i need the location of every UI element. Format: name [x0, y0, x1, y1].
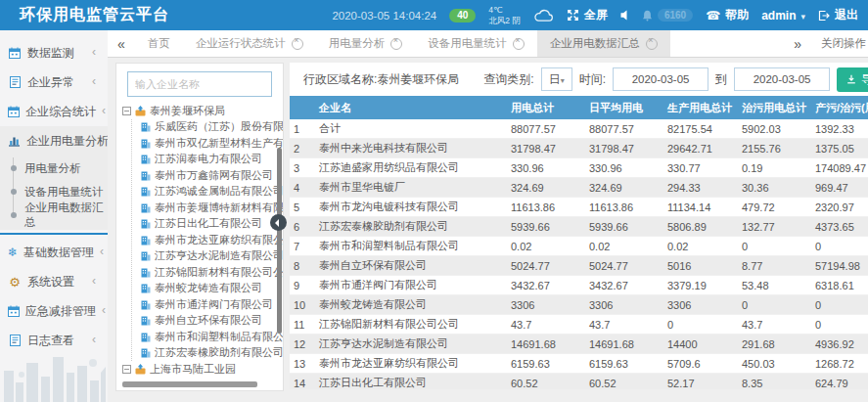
tree-company-node[interactable]: 泰州市通洋阀门有限公司 [141, 296, 283, 313]
tree-company-node[interactable]: 泰州市和润塑料制品有限公司 [141, 329, 283, 345]
cell-value: 8.35 [738, 374, 811, 390]
cell-value: 31798.47 [585, 139, 663, 158]
table-row[interactable]: 6江苏宏泰橡胶助剂有限公司5939.665939.665806.89132.77… [290, 217, 868, 237]
column-header: 企业名 [315, 96, 507, 119]
tree-company-node[interactable]: 江苏润泰电力有限公司 [141, 152, 283, 168]
tree-horizontal-scrollbar[interactable] [122, 381, 257, 387]
table-row[interactable]: 2泰州中来光电科技有限公司31798.4731798.4729642.71215… [290, 139, 868, 158]
date-to-input[interactable] [734, 67, 830, 91]
cell-rownum: 1 [290, 119, 315, 139]
sidebar-item-base-data[interactable]: ❄基础数据管理 [0, 238, 108, 267]
table-row[interactable]: 14江苏日出化工有限公司60.5260.5252.178.35624.79 [290, 374, 868, 390]
sidebar-item-power-analysis[interactable]: 企业用电量分析 [0, 126, 108, 156]
tree-company-node[interactable]: 乐威医药（江苏）股份有限公司 [141, 119, 283, 136]
cell-value: 5902.03 [738, 119, 811, 139]
tree-company-node[interactable]: 泰州蛟龙铸造有限公司 [141, 281, 283, 297]
table-row[interactable]: 7泰州市和润塑料制品有限公司0.020.020.0200 [290, 237, 868, 256]
tree-company-node[interactable]: 泰州市双亿新型材料生产有限公司 [141, 135, 283, 152]
table-row[interactable]: 1合计88077.5788077.5782175.545902.031392.3… [290, 119, 868, 139]
table-row[interactable]: 11江苏锦阳新材料有限公司公司43.743.7043.70 [290, 315, 868, 335]
region-name-label: 行政区域名称:泰州姜堰环保局 [303, 71, 459, 88]
cell-company-name: 江苏迪盛家用纺织品有限公司 [315, 158, 507, 178]
sidebar-item-system-settings[interactable]: ⚙系统设置 [0, 267, 108, 296]
cell-value: 0 [811, 315, 868, 335]
bullet-icon [11, 189, 17, 195]
speaker-icon[interactable] [620, 10, 629, 21]
sidebar-subitem[interactable]: 用电量分析 [0, 156, 108, 180]
sidebar-item-enterprise-stats[interactable]: 企业综合统计 [0, 97, 108, 126]
table-row[interactable]: 9泰州市通洋阀门有限公司3432.673432.673379.1953.4863… [290, 276, 868, 295]
logout-button[interactable]: 退出 [818, 7, 858, 23]
time-label: 时间: [579, 71, 606, 88]
tree-company-node[interactable]: 泰州自立环保有限公司 [141, 313, 283, 330]
tab-close-icon[interactable] [513, 38, 525, 50]
cell-value: 3306 [663, 295, 738, 315]
cell-company-name: 泰州市通洋阀门有限公司 [315, 276, 507, 295]
sidebar-item-enterprise-abnormal[interactable]: 企业异常 [0, 67, 108, 97]
cell-value: 479.72 [738, 198, 811, 217]
to-label: 到 [715, 71, 727, 88]
tree-root-node-2[interactable]: 上海市马陆工业园 [122, 361, 283, 375]
tab-设备用电量统计[interactable]: 设备用电量统计 [415, 30, 537, 57]
tree-company-node[interactable]: 江苏鸿诚金属制品有限公司 [141, 184, 283, 201]
table-row[interactable]: 13泰州市龙达亚麻纺织有限公司6159.636159.635709.6450.0… [290, 354, 868, 374]
tab-label: 企业用电数据汇总 [550, 36, 640, 51]
tree-company-node[interactable]: 江苏日出化工有限公司 [141, 216, 283, 233]
fullscreen-button[interactable]: 全屏 [567, 7, 608, 23]
collapse-minus-icon[interactable] [122, 365, 131, 374]
sidebar-item-log-view[interactable]: 日志查看 [0, 326, 108, 355]
download-icon [846, 74, 856, 84]
app-title: 环保用电监管云平台 [0, 5, 169, 25]
tabs-scroll-left-icon[interactable] [108, 37, 135, 51]
column-header: 产污/治污(用 [811, 96, 868, 119]
tab-企业用电数据汇总[interactable]: 企业用电数据汇总 [537, 30, 670, 57]
bullet-icon [11, 212, 17, 218]
table-row[interactable]: 4泰州市里华电镀厂324.69324.69294.3330.36969.47 [290, 178, 868, 198]
tab-close-icon[interactable] [646, 38, 658, 50]
close-operations[interactable]: 关闭操作 [784, 36, 868, 51]
tab-企业运行状态统计[interactable]: 企业运行状态统计 [183, 30, 316, 57]
tree-company-node[interactable]: 江苏锦阳新材料有限公司公司 [141, 264, 283, 281]
cell-value: 294.33 [663, 178, 738, 198]
collapse-minus-icon[interactable] [122, 107, 131, 115]
tab-close-icon[interactable] [292, 38, 303, 50]
tree-company-node[interactable]: 泰州市姜堰博特新材料有限公司 [141, 200, 283, 216]
cell-value: 14691.68 [585, 335, 663, 354]
tree-company-node[interactable]: 泰州市万鑫筛网有限公司 [141, 167, 283, 184]
column-header: 治污用电总计 [738, 96, 811, 119]
tree-vertical-scrollbar[interactable] [277, 148, 282, 334]
notification-area[interactable]: 6160 [642, 9, 693, 22]
tree-company-label: 江苏宏泰橡胶助剂有限公司 [155, 345, 283, 360]
table-row[interactable]: 10泰州蛟龙铸造有限公司33063306330600 [290, 295, 868, 315]
panel-collapse-button[interactable] [270, 214, 287, 231]
cell-value: 82175.54 [663, 119, 738, 139]
table-row[interactable]: 8泰州自立环保有限公司5024.775024.7750168.7757194.9… [290, 256, 868, 276]
tab-用电量分析[interactable]: 用电量分析 [316, 30, 416, 57]
table-row[interactable]: 12江苏亨达水泥制造有限公司14691.6814691.6814400291.6… [290, 335, 868, 354]
export-button[interactable]: 导出 [837, 67, 868, 92]
tree-company-node[interactable]: 江苏宏泰橡胶助剂有限公司 [141, 345, 283, 362]
user-menu[interactable]: admin [761, 9, 805, 22]
tab-首页[interactable]: 首页 [135, 30, 183, 57]
query-type-select[interactable]: 日 [541, 67, 572, 91]
sidebar-item-emergency-reduction[interactable]: 应急减排管理 [0, 296, 108, 326]
tabs-scroll-right-icon[interactable] [784, 37, 811, 51]
tab-bar: 首页企业运行状态统计用电量分析设备用电量统计企业用电数据汇总 关闭操作 [108, 30, 868, 58]
help-label: 帮助 [725, 7, 749, 23]
sidebar-item-label: 日志查看 [27, 333, 86, 349]
tab-close-icon[interactable] [390, 38, 402, 50]
sidebar-item-data-monitor[interactable]: 数据监测 [0, 38, 108, 67]
tree-root-node[interactable]: 泰州姜堰环保局 [122, 103, 283, 119]
sidebar-item-label: 系统设置 [27, 274, 86, 290]
table-row[interactable]: 3江苏迪盛家用纺织品有限公司330.96330.96330.770.191740… [290, 158, 868, 178]
enterprise-search-input[interactable] [127, 71, 272, 97]
help-button[interactable]: 帮助 [706, 7, 749, 23]
sidebar-item-label: 企业异常 [27, 74, 86, 91]
sidebar-menu: 数据监测企业异常企业综合统计企业用电量分析用电量分析设备用电量统计企业用电数据汇… [0, 30, 108, 355]
tree-company-node[interactable]: 江苏亨达水泥制造有限公司 [141, 248, 283, 265]
table-row[interactable]: 5泰州市龙沟电镀科技有限公司11613.8611613.8611134.1447… [290, 198, 868, 217]
sidebar-subitem[interactable]: 企业用电数据汇总 [0, 203, 108, 227]
bell-icon [642, 10, 653, 22]
tree-company-node[interactable]: 泰州市龙达亚麻纺织有限公司 [141, 232, 283, 248]
date-from-input[interactable] [613, 67, 708, 91]
